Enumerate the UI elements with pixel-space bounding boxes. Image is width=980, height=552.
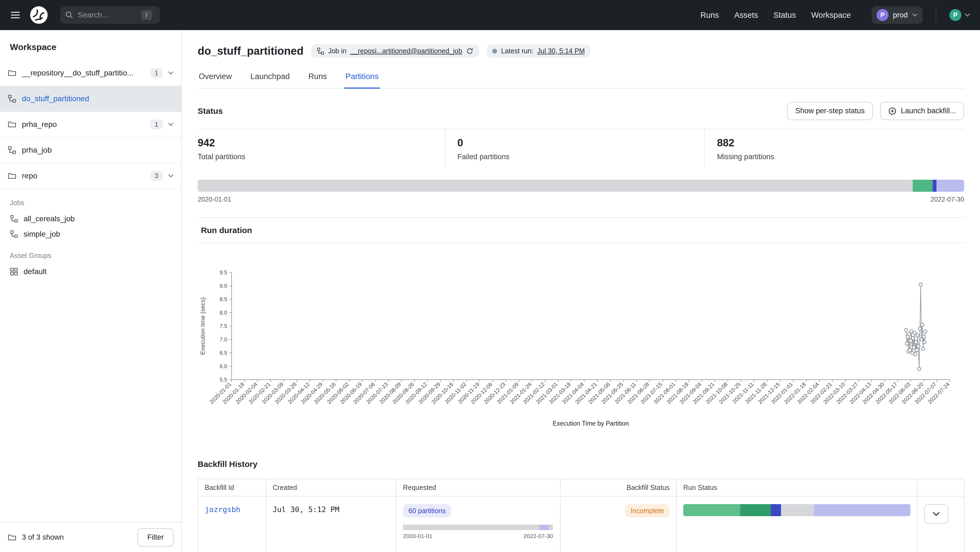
repo-count-badge: 3 — [150, 171, 162, 181]
backfill-id-link[interactable]: jozrgsbh — [205, 505, 240, 514]
job-icon — [10, 230, 18, 238]
job-icon — [8, 94, 16, 103]
requested-range-start: 2020-01-01 — [403, 533, 432, 539]
repo-label: repo — [22, 171, 37, 180]
sidebar-repo-prha-repo[interactable]: prha_repo 1 — [0, 112, 181, 138]
stat-value: 942 — [198, 137, 445, 149]
reload-icon[interactable] — [466, 47, 474, 55]
page-header: do_stuff_partitioned Job in __reposi...a… — [198, 44, 964, 58]
show-per-step-status-button[interactable]: Show per-step status — [787, 102, 873, 120]
partition-range-start: 2020-01-01 — [198, 195, 231, 203]
svg-text:9.5: 9.5 — [220, 270, 227, 276]
hamburger-icon — [10, 10, 21, 21]
filter-button[interactable]: Filter — [137, 528, 173, 547]
latest-run-label: Latest run: — [501, 47, 533, 55]
dagster-logo[interactable] — [29, 5, 49, 25]
repo-label: prha_repo — [22, 120, 57, 129]
nav-link-assets[interactable]: Assets — [734, 11, 758, 20]
job-label: simple_job — [24, 230, 60, 238]
asset-group-icon — [10, 268, 18, 276]
repo-count-badge: 1 — [150, 119, 162, 129]
stat-value: 882 — [717, 137, 964, 149]
workspace-sidebar: Workspace __repository__do_stuff_partiti… — [0, 30, 182, 552]
svg-text:7.5: 7.5 — [220, 323, 227, 329]
status-section-header: Status Show per-step status Launch backf… — [198, 102, 964, 120]
backfill-history-table: Backfill Id Created Requested Backfill S… — [198, 479, 965, 552]
table-header-row: Backfill Id Created Requested Backfill S… — [198, 479, 964, 496]
requested-partitions-chip[interactable]: 60 partitions — [403, 504, 451, 517]
user-menu[interactable]: P — [949, 9, 970, 21]
search-shortcut-key: / — [141, 10, 152, 20]
nav-link-workspace[interactable]: Workspace — [811, 11, 851, 20]
deployment-name: prod — [893, 11, 908, 19]
svg-text:6.5: 6.5 — [220, 350, 227, 356]
nav-divider — [935, 8, 936, 22]
asset-group-label: default — [24, 267, 46, 276]
sidebar-item-simple-job[interactable]: simple_job — [0, 227, 181, 242]
run-duration-section-header[interactable]: Run duration — [198, 217, 964, 243]
job-label: all_cereals_job — [24, 214, 75, 223]
hamburger-menu-button[interactable] — [10, 10, 21, 21]
run-status-bar[interactable] — [683, 504, 910, 516]
job-icon — [8, 146, 16, 155]
chevron-down-icon[interactable] — [168, 122, 173, 126]
backfill-history-heading: Backfill History — [198, 460, 964, 469]
job-origin-chip: Job in __reposi...artitioned@partitioned… — [311, 44, 479, 58]
chevron-down-icon[interactable] — [168, 174, 173, 178]
sidebar-footer: 3 of 3 shown Filter — [0, 522, 181, 552]
job-icon — [10, 215, 18, 223]
tab-runs[interactable]: Runs — [307, 68, 328, 88]
column-actions — [917, 479, 964, 496]
latest-run-time-link[interactable]: Jul 30, 5:14 PM — [537, 47, 585, 55]
table-row: jozrgsbh Jul 30, 5:12 PM 60 partitions 2… — [198, 496, 964, 552]
expand-row-button[interactable] — [924, 504, 948, 524]
svg-text:8.5: 8.5 — [220, 296, 227, 302]
stat-failed-partitions: 0 Failed partitions — [445, 129, 705, 168]
svg-text:9.0: 9.0 — [220, 283, 227, 289]
svg-text:Execution time (secs): Execution time (secs) — [199, 297, 206, 355]
status-heading: Status — [198, 106, 223, 116]
plus-circle-icon — [888, 107, 897, 115]
job-origin-link[interactable]: __reposi...artitioned@partitioned_job — [350, 47, 462, 55]
chevron-down-icon — [912, 13, 918, 17]
column-created: Created — [266, 479, 396, 496]
show-per-step-status-label: Show per-step status — [795, 107, 865, 115]
deployment-switcher[interactable]: P prod — [872, 6, 923, 24]
nav-link-status[interactable]: Status — [773, 11, 796, 20]
launch-backfill-button[interactable]: Launch backfill... — [880, 102, 964, 120]
partition-range-end: 2022-07-30 — [931, 195, 964, 203]
global-search[interactable]: / — [60, 6, 160, 24]
execution-time-chart[interactable]: 5.56.06.57.07.58.08.59.09.52020-01-01202… — [198, 265, 964, 429]
sidebar-job-prha-job[interactable]: prha_job — [0, 138, 181, 163]
launch-backfill-label: Launch backfill... — [901, 107, 956, 115]
top-navbar: / Runs Assets Status Workspace P prod P — [0, 0, 980, 30]
stat-label: Missing partitions — [717, 152, 964, 161]
tab-overview[interactable]: Overview — [198, 68, 233, 88]
chevron-down-icon[interactable] — [168, 71, 173, 75]
sidebar-item-default-asset-group[interactable]: default — [0, 264, 181, 279]
svg-text:Execution Time by Partition: Execution Time by Partition — [553, 420, 629, 427]
backfill-created: Jul 30, 5:12 PM — [273, 505, 339, 514]
run-status-dot — [492, 49, 497, 54]
latest-run-chip: Latest run: Jul 30, 5:14 PM — [487, 44, 590, 58]
backfill-status-badge: Incomplete — [625, 504, 670, 517]
sidebar-repo-repository-do-stuff[interactable]: __repository__do_stuff_partitio... 1 — [0, 60, 181, 86]
tab-partitions[interactable]: Partitions — [344, 68, 380, 89]
tab-launchpad[interactable]: Launchpad — [250, 68, 291, 88]
column-run-status: Run Status — [676, 479, 917, 496]
requested-partitions-range: 2020-01-01 2022-07-30 — [403, 533, 553, 539]
folder-icon — [8, 171, 16, 180]
status-actions: Show per-step status Launch backfill... — [787, 102, 964, 120]
sidebar-job-do-stuff-partitioned[interactable]: do_stuff_partitioned — [0, 86, 181, 112]
run-duration-chart: 5.56.06.57.07.58.08.59.09.52020-01-01202… — [198, 265, 964, 429]
partition-status-bar[interactable] — [198, 180, 964, 192]
stat-missing-partitions: 882 Missing partitions — [705, 129, 964, 168]
page-title: do_stuff_partitioned — [198, 45, 304, 57]
sidebar-item-all-cereals-job[interactable]: all_cereals_job — [0, 211, 181, 227]
dagster-logo-icon — [29, 5, 49, 25]
page-tabs: Overview Launchpad Runs Partitions — [198, 68, 964, 89]
sidebar-title: Workspace — [0, 30, 181, 60]
nav-link-runs[interactable]: Runs — [700, 11, 719, 20]
sidebar-repo-repo[interactable]: repo 3 — [0, 163, 181, 189]
search-input[interactable] — [78, 11, 137, 19]
